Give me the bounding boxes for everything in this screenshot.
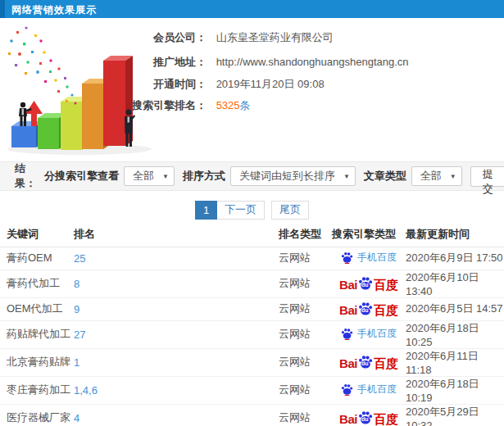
company-label: 会员公司： — [148, 30, 207, 45]
baidu-paw-icon — [341, 383, 353, 396]
article-type-select[interactable]: 全部 ▼ — [411, 166, 462, 186]
keyword-cell: 膏药OEM — [0, 247, 74, 270]
keyword-cell: OEM代加工 — [0, 297, 74, 320]
updated-cell: 2020年6月9日 17:50 — [406, 247, 504, 270]
rank-type-cell: 云网站 — [279, 404, 332, 426]
submit-button[interactable]: 提交 — [470, 166, 504, 187]
col-engine-type: 搜索引擎类型 — [332, 223, 406, 247]
results-table: 关键词 排名 排名类型 搜索引擎类型 最新更新时间 膏药OEM 25 云网站 手… — [0, 223, 504, 426]
confetti-dots — [8, 26, 77, 104]
rank-link[interactable]: 1 — [74, 356, 79, 369]
pagination: 1 下一页 尾页 — [0, 200, 504, 220]
updated-cell: 2020年6月10日 13:40 — [406, 270, 504, 297]
next-page-button[interactable]: 下一页 — [217, 201, 265, 220]
open-time-label: 开通时间： — [148, 77, 207, 92]
col-rank: 排名 — [74, 223, 279, 247]
updated-cell: 2020年6月18日 10:19 — [406, 376, 504, 404]
growth-chart-illustration — [2, 25, 153, 156]
info-row-open-time: 开通时间： 2019年11月20日 09:08 — [148, 77, 500, 92]
engine-cell: Bai du 百度 — [332, 270, 406, 297]
rank-link[interactable]: 25 — [74, 252, 85, 265]
mobile-baidu-logo: 手机百度 — [341, 383, 397, 397]
mobile-baidu-logo: 手机百度 — [341, 251, 397, 265]
sort-label: 排序方式 — [183, 169, 225, 184]
updated-cell: 2020年6月11日 11:18 — [406, 348, 504, 376]
col-keyword: 关键词 — [0, 223, 74, 247]
baidu-logo: Bai du 百度 — [339, 301, 398, 316]
result-label: 结果： — [15, 161, 36, 191]
company-link[interactable]: 山东皇圣堂药业有限公司 — [216, 31, 334, 43]
baidu-paw-icon: du — [358, 301, 373, 316]
keyword-cell: 北京膏药贴牌 — [0, 348, 74, 376]
updated-cell: 2020年6月5日 14:57 — [406, 297, 504, 320]
baidu-logo: Bai du 百度 — [339, 276, 398, 291]
updated-cell: 2020年5月29日 10:32 — [406, 404, 504, 426]
keyword-cell: 膏药代加工 — [0, 270, 74, 297]
rank-type-cell: 云网站 — [279, 270, 332, 297]
engine-cell: 手机百度 — [332, 247, 406, 270]
baidu-paw-icon: du — [358, 276, 373, 291]
baidu-paw-icon — [341, 252, 353, 264]
filter-bar: 结果： 分搜索引擎查看 全部 ▼ 排序方式 关键词由短到长排序 ▼ 文章类型 全… — [0, 161, 504, 191]
baidu-logo: Bai du 百度 — [339, 410, 398, 425]
baidu-paw-icon: du — [358, 355, 373, 369]
chevron-down-icon: ▼ — [343, 173, 350, 180]
info-row-url: 推广地址： http://www.shandonghuangshengtang.… — [148, 55, 500, 70]
engine-cell: 手机百度 — [332, 376, 406, 404]
last-page-button[interactable]: 尾页 — [271, 201, 309, 220]
rank-link[interactable]: 4 — [74, 412, 79, 424]
sort-select[interactable]: 关键词由短到长排序 ▼ — [230, 166, 356, 186]
rank-type-cell: 云网站 — [279, 348, 332, 376]
bar-chart-graphic — [2, 25, 153, 156]
open-time-value: 2019年11月20日 09:08 — [216, 78, 325, 90]
rank-type-cell: 云网站 — [279, 247, 332, 270]
chevron-down-icon: ▼ — [162, 173, 169, 180]
engine-cell: 手机百度 — [332, 320, 406, 348]
info-row-rank-count: 搜索引擎排名： 5325条 — [148, 98, 500, 113]
rank-link[interactable]: 1,4,6 — [74, 384, 98, 397]
rank-type-cell: 云网站 — [279, 297, 332, 320]
table-row: 膏药代加工 8 云网站 Bai du 百度 2020年6月10日 13:40 — [0, 270, 504, 297]
rank-link[interactable]: 27 — [74, 329, 85, 341]
promo-url-label: 推广地址： — [148, 55, 207, 70]
col-updated: 最新更新时间 — [406, 223, 504, 247]
keyword-cell: 枣庄膏药加工 — [0, 376, 74, 404]
promo-url-link[interactable]: http://www.shandonghuangshengtang.cn — [216, 56, 409, 68]
keyword-cell: 药贴牌代加工 — [0, 320, 74, 348]
table-row: OEM代加工 9 云网站 Bai du 百度 2020年6月5日 14:57 — [0, 297, 504, 320]
baidu-paw-icon — [341, 328, 353, 340]
table-row: 北京膏药贴牌 1 云网站 Bai du 百度 2020年6月11日 11:18 — [0, 348, 504, 376]
rank-link[interactable]: 9 — [74, 303, 79, 315]
rank-link[interactable]: 8 — [74, 278, 79, 290]
page-title: 网络营销效果展示 — [11, 3, 97, 17]
table-row: 医疗器械厂家 4 云网站 Bai du 百度 2020年5月29日 10:32 — [0, 404, 504, 426]
rank-type-cell: 云网站 — [279, 320, 332, 348]
engine-cell: Bai du 百度 — [332, 404, 406, 426]
baidu-paw-icon: du — [358, 410, 373, 425]
info-row-company: 会员公司： 山东皇圣堂药业有限公司 — [148, 30, 500, 45]
engine-cell: Bai du 百度 — [332, 297, 406, 320]
engine-view-select[interactable]: 全部 ▼ — [124, 166, 175, 186]
page-1-button[interactable]: 1 — [195, 201, 217, 220]
page: 网络营销效果展示 — [0, 0, 504, 426]
engine-view-label: 分搜索引擎查看 — [44, 169, 119, 184]
title-bar-accent — [0, 0, 5, 18]
title-bar: 网络营销效果展示 — [0, 0, 504, 18]
baidu-logo: Bai du 百度 — [339, 355, 398, 369]
updated-cell: 2020年6月18日 10:25 — [406, 320, 504, 348]
engine-cell: Bai du 百度 — [332, 348, 406, 376]
table-row: 枣庄膏药加工 1,4,6 云网站 手机百度 2020年6月18日 10:19 — [0, 376, 504, 404]
keyword-cell: 医疗器械厂家 — [0, 404, 74, 426]
article-type-label: 文章类型 — [364, 169, 406, 184]
chevron-down-icon: ▼ — [450, 173, 456, 180]
rank-type-cell: 云网站 — [279, 376, 332, 404]
rank-count-label: 搜索引擎排名： — [125, 98, 207, 113]
table-row: 药贴牌代加工 27 云网站 手机百度 2020年6月18日 10:25 — [0, 320, 504, 348]
mobile-baidu-logo: 手机百度 — [341, 327, 397, 341]
rank-count-value: 5325条 — [216, 99, 251, 111]
table-row: 膏药OEM 25 云网站 手机百度 2020年6月9日 17:50 — [0, 247, 504, 270]
col-rank-type: 排名类型 — [279, 223, 332, 247]
table-header-row: 关键词 排名 排名类型 搜索引擎类型 最新更新时间 — [0, 223, 504, 247]
